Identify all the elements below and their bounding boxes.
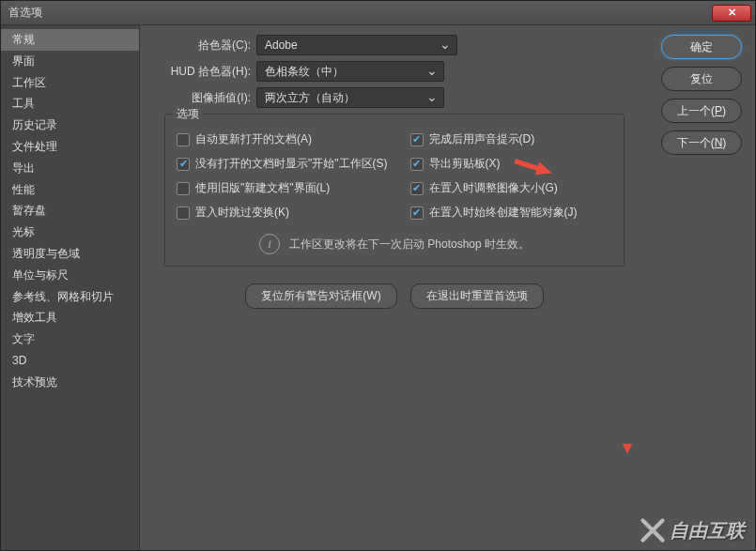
- ok-label: 确定: [690, 39, 713, 55]
- select-image-interp[interactable]: 两次立方（自动）: [256, 87, 444, 108]
- checkbox-label: 置入时跳过变换(K): [195, 205, 289, 221]
- watermark-text: 自由互联: [670, 518, 745, 543]
- row-hud-picker: HUD 拾色器(H): 色相条纹（中）: [153, 61, 742, 82]
- select-image-interp-value: 两次立方（自动）: [265, 90, 355, 106]
- select-color-picker[interactable]: Adobe: [256, 35, 457, 55]
- sidebar: 常规界面工作区工具历史记录文件处理导出性能暂存盘光标透明度与色域单位与标尺参考线…: [1, 25, 140, 550]
- watermark-x-icon: [640, 517, 666, 543]
- prev-label: 上一个(P): [677, 103, 726, 119]
- sidebar-item-10[interactable]: 透明度与色域: [1, 243, 139, 265]
- sidebar-item-1[interactable]: 界面: [1, 51, 139, 72]
- watermark: 自由互联: [640, 517, 745, 543]
- cancel-label: 复位: [690, 71, 713, 87]
- options-fieldset: 选项 自动更新打开的文档(A)没有打开的文档时显示"开始"工作区(S)使用旧版"…: [164, 114, 625, 267]
- sidebar-item-2[interactable]: 工作区: [1, 72, 139, 94]
- checkbox-left-1[interactable]: 没有打开的文档时显示"开始"工作区(S): [177, 156, 388, 172]
- reset-warnings-label: 复位所有警告对话框(W): [261, 289, 380, 302]
- sidebar-item-9[interactable]: 光标: [1, 222, 139, 243]
- checkbox-box-icon: [410, 133, 424, 146]
- row-color-picker: 拾色器(C): Adobe: [153, 35, 742, 55]
- prev-button[interactable]: 上一个(P): [661, 99, 742, 123]
- sidebar-item-5[interactable]: 文件处理: [1, 136, 139, 158]
- checkbox-box-icon: [177, 133, 190, 146]
- sidebar-item-0[interactable]: 常规: [1, 29, 139, 51]
- cancel-button[interactable]: 复位: [661, 67, 742, 91]
- checkbox-box-icon: [177, 207, 190, 220]
- select-hud-picker-value: 色相条纹（中）: [265, 64, 344, 80]
- sidebar-item-16[interactable]: 技术预览: [1, 372, 139, 393]
- annotation-caret-icon: ▼: [619, 438, 636, 458]
- window-title: 首选项: [8, 5, 42, 21]
- options-right-column: 完成后用声音提示(D)导出剪贴板(X)在置入时调整图像大小(G)在置入时始终创建…: [410, 131, 578, 221]
- titlebar: 首选项 ✕: [1, 1, 755, 25]
- checkbox-box-icon: [177, 182, 190, 195]
- bottom-button-row: 复位所有警告对话框(W) 在退出时重置首选项: [164, 283, 625, 309]
- sidebar-item-8[interactable]: 暂存盘: [1, 200, 139, 222]
- checkbox-box-icon: [410, 207, 424, 220]
- close-button[interactable]: ✕: [712, 5, 751, 22]
- right-button-column: 确定 复位 上一个(P) 下一个(N): [661, 35, 742, 155]
- options-checks: 自动更新打开的文档(A)没有打开的文档时显示"开始"工作区(S)使用旧版"新建文…: [177, 131, 612, 221]
- checkbox-label: 没有打开的文档时显示"开始"工作区(S): [195, 156, 388, 172]
- label-color-picker: 拾色器(C):: [153, 38, 251, 54]
- checkbox-box-icon: [410, 182, 424, 195]
- sidebar-item-13[interactable]: 增效工具: [1, 307, 139, 329]
- sidebar-item-14[interactable]: 文字: [1, 329, 139, 350]
- checkbox-right-0[interactable]: 完成后用声音提示(D): [410, 131, 578, 147]
- options-legend: 选项: [173, 106, 203, 122]
- checkbox-left-0[interactable]: 自动更新打开的文档(A): [177, 131, 388, 147]
- label-hud-picker: HUD 拾色器(H):: [153, 64, 251, 80]
- select-hud-picker[interactable]: 色相条纹（中）: [256, 61, 444, 82]
- sidebar-item-15[interactable]: 3D: [1, 350, 139, 372]
- sidebar-item-11[interactable]: 单位与标尺: [1, 265, 139, 286]
- ok-button[interactable]: 确定: [661, 35, 742, 59]
- row-image-interp: 图像插值(I): 两次立方（自动）: [153, 87, 742, 108]
- select-color-picker-value: Adobe: [265, 38, 298, 52]
- sidebar-item-6[interactable]: 导出: [1, 158, 139, 179]
- info-icon: i: [259, 234, 280, 254]
- checkbox-left-2[interactable]: 使用旧版"新建文档"界面(L): [177, 180, 388, 196]
- checkbox-right-2[interactable]: 在置入时调整图像大小(G): [410, 180, 578, 196]
- checkbox-right-3[interactable]: 在置入时始终创建智能对象(J): [410, 205, 578, 221]
- checkbox-box-icon: [177, 158, 190, 171]
- sidebar-item-7[interactable]: 性能: [1, 179, 139, 201]
- reset-on-quit-label: 在退出时重置首选项: [426, 289, 528, 302]
- sidebar-item-12[interactable]: 参考线、网格和切片: [1, 286, 139, 308]
- info-text: 工作区更改将在下一次启动 Photoshop 时生效。: [289, 237, 530, 253]
- checkbox-box-icon: [410, 158, 424, 171]
- next-button[interactable]: 下一个(N): [661, 130, 742, 155]
- sidebar-item-3[interactable]: 工具: [1, 93, 139, 115]
- reset-warnings-button[interactable]: 复位所有警告对话框(W): [245, 283, 396, 309]
- checkbox-label: 导出剪贴板(X): [429, 156, 501, 172]
- checkbox-right-1[interactable]: 导出剪贴板(X): [410, 156, 578, 172]
- checkbox-label: 完成后用声音提示(D): [429, 131, 535, 147]
- checkbox-left-3[interactable]: 置入时跳过变换(K): [177, 205, 388, 221]
- checkbox-label: 在置入时始终创建智能对象(J): [429, 205, 578, 221]
- checkbox-label: 自动更新打开的文档(A): [195, 131, 312, 147]
- reset-on-quit-button[interactable]: 在退出时重置首选项: [410, 283, 544, 309]
- window-body: 常规界面工作区工具历史记录文件处理导出性能暂存盘光标透明度与色域单位与标尺参考线…: [1, 25, 755, 550]
- next-label: 下一个(N): [677, 135, 727, 151]
- label-image-interp: 图像插值(I):: [153, 90, 251, 106]
- checkbox-label: 在置入时调整图像大小(G): [429, 180, 558, 196]
- preferences-window: 首选项 ✕ 常规界面工作区工具历史记录文件处理导出性能暂存盘光标透明度与色域单位…: [0, 0, 756, 551]
- info-row: i 工作区更改将在下一次启动 Photoshop 时生效。: [177, 234, 612, 254]
- checkbox-label: 使用旧版"新建文档"界面(L): [195, 180, 330, 196]
- options-left-column: 自动更新打开的文档(A)没有打开的文档时显示"开始"工作区(S)使用旧版"新建文…: [177, 131, 388, 221]
- sidebar-item-4[interactable]: 历史记录: [1, 115, 139, 136]
- main-panel: 拾色器(C): Adobe HUD 拾色器(H): 色相条纹（中） 图像插值(I…: [140, 25, 755, 550]
- close-icon: ✕: [728, 7, 736, 19]
